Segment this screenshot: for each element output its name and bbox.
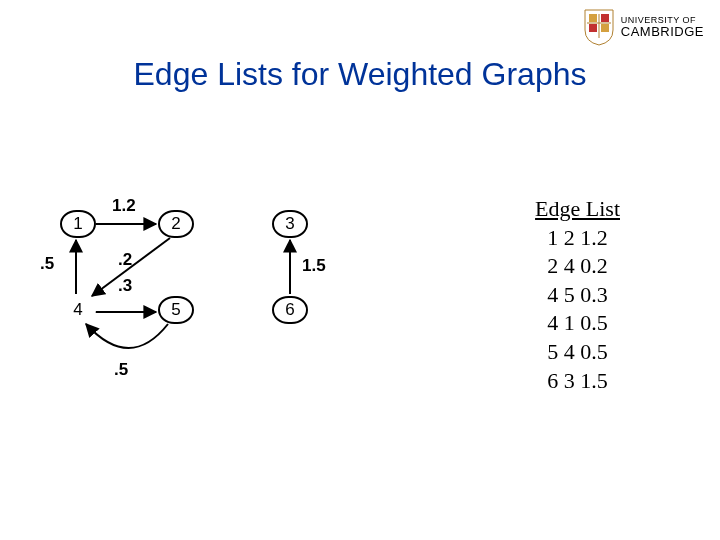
graph-node-4: 4 [60,296,96,324]
edge-list-row: 1 2 1.2 [535,224,620,253]
edge-list-row: 5 4 0.5 [535,338,620,367]
svg-rect-2 [589,24,597,32]
graph-node-2: 2 [158,210,194,238]
svg-rect-1 [601,14,609,22]
edge-list-row: 4 1 0.5 [535,309,620,338]
edge-list-row: 6 3 1.5 [535,367,620,396]
weight-5-4: .5 [114,360,128,380]
edge-list: Edge List 1 2 1.2 2 4 0.2 4 5 0.3 4 1 0.… [535,195,620,395]
edge-list-row: 4 5 0.3 [535,281,620,310]
weight-6-3: 1.5 [302,256,326,276]
logo-line2: CAMBRIDGE [621,25,704,38]
graph-node-6: 6 [272,296,308,324]
weight-1-2: 1.2 [112,196,136,216]
shield-icon [583,8,615,46]
graph-diagram: 1 2 3 4 5 6 1.2 .2 .3 .5 .5 1.5 [40,200,370,420]
weight-4-1: .5 [40,254,54,274]
svg-rect-0 [589,14,597,22]
weight-2-4: .2 [118,250,132,270]
graph-node-1: 1 [60,210,96,238]
page-title: Edge Lists for Weighted Graphs [0,56,720,93]
graph-node-5: 5 [158,296,194,324]
weight-4-5: .3 [118,276,132,296]
edge-list-row: 2 4 0.2 [535,252,620,281]
logo-text: UNIVERSITY OF CAMBRIDGE [621,16,704,38]
edge-list-header: Edge List [535,195,620,224]
university-logo: UNIVERSITY OF CAMBRIDGE [583,8,704,46]
svg-rect-3 [601,24,609,32]
graph-node-3: 3 [272,210,308,238]
